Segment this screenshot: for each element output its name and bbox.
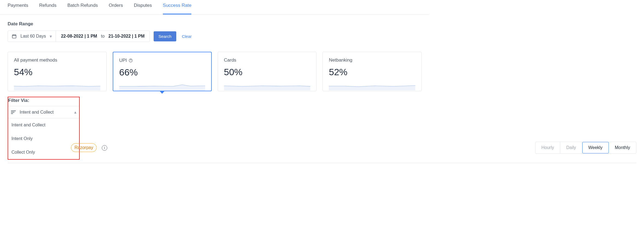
svg-rect-0: [12, 35, 16, 38]
date-from: 22-08-2022 | 1 PM: [61, 34, 97, 39]
date-to-label: to: [101, 34, 105, 39]
card-title-text: Netbanking: [329, 57, 352, 63]
clear-button[interactable]: Clear: [180, 34, 193, 39]
sort-icon: [11, 110, 16, 114]
filter-via-panel: Filter Via: Intent and Collect ▴ Intent …: [8, 97, 80, 160]
bottom-row: Razorpay i Hourly Daily Weekly Monthly: [71, 142, 429, 154]
card-cards[interactable]: Cards 50%: [218, 52, 317, 91]
card-value: 66%: [119, 67, 205, 78]
sparkline: [224, 82, 311, 90]
chevron-up-icon: ▴: [74, 110, 76, 115]
card-title: Cards: [224, 57, 311, 63]
card-value: 54%: [14, 67, 100, 77]
card-title: UPI: [119, 58, 205, 63]
filter-option-collect-only[interactable]: Collect Only: [8, 145, 79, 159]
card-all-methods[interactable]: All payment methods 54%: [8, 52, 107, 91]
tab-refunds[interactable]: Refunds: [39, 3, 56, 14]
card-upi[interactable]: UPI 66%: [113, 52, 212, 91]
chevron-down-icon: ▾: [50, 34, 52, 39]
help-icon[interactable]: [129, 58, 133, 63]
card-title: All payment methods: [14, 57, 100, 63]
filter-option-intent-only[interactable]: Intent Only: [8, 132, 79, 145]
top-tabs: Payments Refunds Batch Refunds Orders Di…: [0, 0, 429, 15]
card-title-text: Cards: [224, 57, 236, 63]
sparkline: [119, 83, 205, 91]
filter-via-options: Intent and Collect Intent Only Collect O…: [8, 118, 79, 159]
card-value: 52%: [329, 67, 415, 77]
filter-via-label: Filter Via:: [8, 97, 79, 106]
filter-via-selected: Intent and Collect: [20, 110, 70, 115]
card-title-text: All payment methods: [14, 57, 57, 63]
card-value: 50%: [224, 67, 311, 77]
card-title: Netbanking: [329, 57, 415, 63]
tab-disputes[interactable]: Disputes: [134, 3, 152, 14]
date-range-label: Date Range: [8, 21, 422, 27]
date-preset-value: Last 60 Days: [20, 34, 46, 39]
date-range-values[interactable]: 22-08-2022 | 1 PM to 21-10-2022 | 1 PM: [56, 34, 149, 39]
date-to: 21-10-2022 | 1 PM: [108, 34, 145, 39]
tab-payments[interactable]: Payments: [8, 3, 28, 14]
search-button[interactable]: Search: [154, 31, 177, 41]
filter-option-intent-and-collect[interactable]: Intent and Collect: [8, 118, 79, 132]
sparkline: [14, 82, 100, 90]
metric-cards: All payment methods 54% UPI 66%: [8, 52, 422, 91]
info-icon[interactable]: i: [102, 145, 107, 151]
card-title-text: UPI: [119, 58, 127, 63]
tab-success-rate[interactable]: Success Rate: [163, 3, 192, 14]
sparkline: [329, 82, 415, 90]
filter-via-dropdown[interactable]: Intent and Collect ▴: [8, 106, 79, 118]
tab-batch-refunds[interactable]: Batch Refunds: [67, 3, 98, 14]
calendar-icon: [12, 34, 17, 39]
date-range-box: Last 60 Days ▾ 22-08-2022 | 1 PM to 21-1…: [8, 31, 150, 42]
card-netbanking[interactable]: Netbanking 52%: [323, 52, 422, 91]
date-range-row: Last 60 Days ▾ 22-08-2022 | 1 PM to 21-1…: [8, 31, 422, 42]
razorpay-chip[interactable]: Razorpay: [71, 143, 97, 152]
razorpay-chip-group: Razorpay i: [71, 143, 107, 152]
tab-orders[interactable]: Orders: [109, 3, 123, 14]
date-preset-dropdown[interactable]: Last 60 Days ▾: [8, 31, 56, 42]
